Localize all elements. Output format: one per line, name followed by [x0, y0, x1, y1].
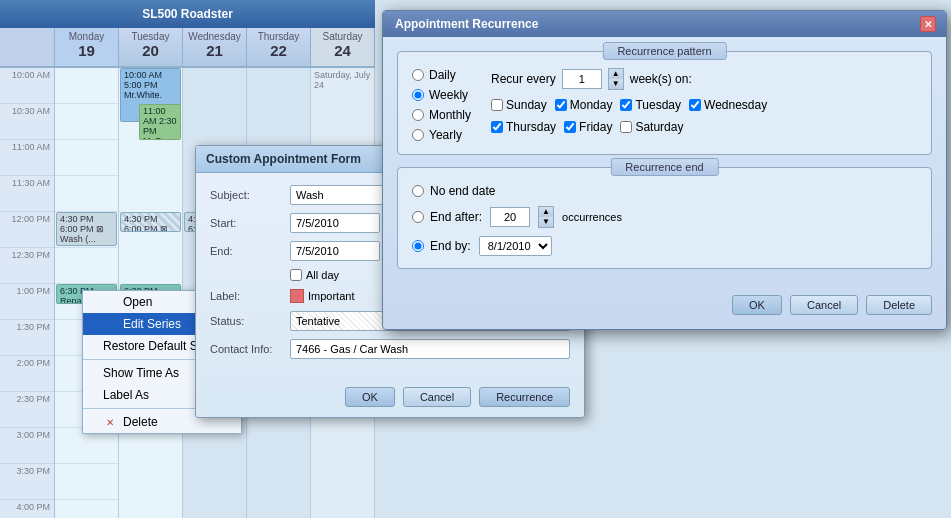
cal-day-thu: Thursday 22 [247, 28, 311, 66]
weekly-options: Recur every ▲ ▼ week(s) on: Sunday [491, 68, 917, 134]
end-by-label[interactable]: End by: [412, 239, 471, 253]
form-cancel-button[interactable]: Cancel [403, 387, 471, 407]
check-monday[interactable]: Monday [555, 98, 613, 112]
days-row-2: Thursday Friday Saturday [491, 120, 917, 134]
pattern-section: Daily Weekly Monthly Yearly [412, 68, 917, 142]
end-after-spin-up[interactable]: ▲ [539, 207, 553, 217]
form-buttons: OK Cancel Recurrence [196, 379, 584, 417]
dialog-cancel-button[interactable]: Cancel [790, 295, 858, 315]
edit-icon [103, 317, 117, 331]
time-column: 10:00 AM 10:30 AM 11:00 AM 11:30 AM 12:0… [0, 68, 55, 518]
check-wednesday[interactable]: Wednesday [689, 98, 767, 112]
open-icon [103, 295, 117, 309]
dialog-close-button[interactable]: ✕ [920, 16, 936, 32]
recur-every-input[interactable] [562, 69, 602, 89]
dialog-delete-button[interactable]: Delete [866, 295, 932, 315]
radio-yearly-input[interactable] [412, 129, 424, 141]
end-section-label: Recurrence end [610, 158, 718, 176]
event-wash-mon[interactable]: 4:30 PM 6:00 PM ⊠ Wash (... [56, 212, 117, 246]
spin-up-button[interactable]: ▲ [609, 69, 623, 79]
check-sunday[interactable]: Sunday [491, 98, 547, 112]
radio-daily-input[interactable] [412, 69, 424, 81]
spin-down-button[interactable]: ▼ [609, 79, 623, 89]
end-options: No end date End after: ▲ ▼ occurrences [412, 184, 917, 256]
event-mrbrown[interactable]: 11:00 AM 2:30 PM Mr.Brown. [139, 104, 181, 140]
event-wash-tue[interactable]: 4:30 PM 6:00 PM ⊠ Wash (... [120, 212, 181, 232]
check-tuesday[interactable]: Tuesday [620, 98, 681, 112]
spin-buttons: ▲ ▼ [608, 68, 624, 90]
check-thursday-input[interactable] [491, 121, 503, 133]
dialog-header: Appointment Recurrence ✕ [383, 11, 946, 37]
no-end-row: No end date [412, 184, 917, 198]
time-header [0, 28, 55, 66]
no-end-radio[interactable] [412, 185, 424, 197]
recur-every-row: Recur every ▲ ▼ week(s) on: [491, 68, 917, 90]
dialog-body: Recurrence pattern Daily Weekly Monthly … [383, 37, 946, 295]
radio-yearly[interactable]: Yearly [412, 128, 471, 142]
contact-input[interactable] [290, 339, 570, 359]
end-after-radio[interactable] [412, 211, 424, 223]
check-friday-input[interactable] [564, 121, 576, 133]
pattern-types: Daily Weekly Monthly Yearly [412, 68, 471, 142]
allday-checkbox[interactable] [290, 269, 302, 281]
pattern-section-label: Recurrence pattern [602, 42, 726, 60]
days-row-1: Sunday Monday Tuesday Wednesday [491, 98, 917, 112]
end-input[interactable] [290, 241, 380, 261]
calendar-week-header: Monday 19 Tuesday 20 Wednesday 21 Thursd… [0, 28, 375, 68]
check-saturday-input[interactable] [620, 121, 632, 133]
cal-day-sat: Saturday 24 [311, 28, 375, 66]
end-by-date-select[interactable]: 8/1/2010 [479, 236, 552, 256]
end-after-row: End after: ▲ ▼ occurrences [412, 206, 917, 228]
check-saturday[interactable]: Saturday [620, 120, 683, 134]
check-wednesday-input[interactable] [689, 99, 701, 111]
form-ok-button[interactable]: OK [345, 387, 395, 407]
end-after-spin-down[interactable]: ▼ [539, 217, 553, 227]
calendar-title: SL500 Roadster [0, 0, 375, 28]
check-friday[interactable]: Friday [564, 120, 612, 134]
dialog-title: Appointment Recurrence [395, 17, 538, 31]
radio-monthly-input[interactable] [412, 109, 424, 121]
check-tuesday-input[interactable] [620, 99, 632, 111]
end-section-box: Recurrence end No end date End after: [397, 167, 932, 269]
radio-monthly[interactable]: Monthly [412, 108, 471, 122]
form-recurrence-button[interactable]: Recurrence [479, 387, 570, 407]
no-end-label[interactable]: No end date [412, 184, 495, 198]
end-by-row: End by: 8/1/2010 [412, 236, 917, 256]
end-after-input[interactable] [490, 207, 530, 227]
pattern-options: Recur every ▲ ▼ week(s) on: Sunday [491, 68, 917, 142]
end-after-label[interactable]: End after: [412, 210, 482, 224]
cal-day-tue: Tuesday 20 [119, 28, 183, 66]
end-after-spin: ▲ ▼ [538, 206, 554, 228]
radio-weekly[interactable]: Weekly [412, 88, 471, 102]
recurrence-dialog: Appointment Recurrence ✕ Recurrence patt… [382, 10, 947, 330]
radio-daily[interactable]: Daily [412, 68, 471, 82]
check-monday-input[interactable] [555, 99, 567, 111]
dialog-footer: OK Cancel Delete [383, 295, 946, 329]
dialog-ok-button[interactable]: OK [732, 295, 782, 315]
check-thursday[interactable]: Thursday [491, 120, 556, 134]
cal-day-mon: Monday 19 [55, 28, 119, 66]
radio-weekly-input[interactable] [412, 89, 424, 101]
check-sunday-input[interactable] [491, 99, 503, 111]
start-input[interactable] [290, 213, 380, 233]
pattern-section-box: Recurrence pattern Daily Weekly Monthly … [397, 51, 932, 155]
label-color-badge [290, 289, 304, 303]
contact-row: Contact Info: [210, 339, 570, 359]
delete-icon: ✕ [103, 415, 117, 429]
end-by-radio[interactable] [412, 240, 424, 252]
cal-day-wed: Wednesday 21 [183, 28, 247, 66]
